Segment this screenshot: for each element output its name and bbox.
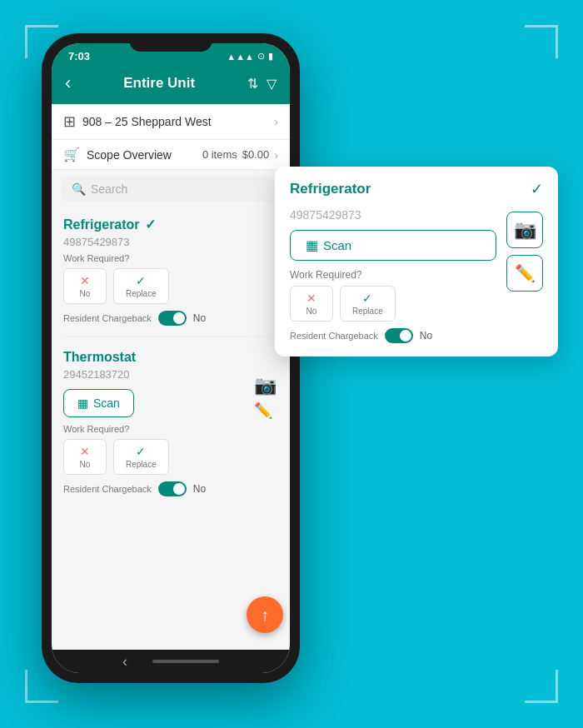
scope-chevron-icon: › [274,148,278,162]
search-bar[interactable]: 🔍 Search [62,177,280,202]
replace-icon: ✓ [136,445,146,458]
toggle-knob [173,483,185,495]
refrigerator-work-label: Work Required? [63,253,278,263]
refrigerator-no-button[interactable]: ✕ No [63,268,107,304]
edit-icon[interactable]: ✏️ [254,401,277,420]
toggle-knob [173,312,185,324]
header-actions: ⇅ ▽ [247,76,277,92]
battery-icon: ▮ [268,51,273,62]
refrigerator-section: Refrigerator ✓ 49875429873 Work Required… [52,208,290,331]
cart-icon: 🛒 [63,147,80,162]
scan-barcode-icon: ▦ [306,237,318,253]
refrigerator-chargeback-value: No [193,312,206,324]
popup-header: Refrigerator ✓ [290,180,543,198]
popup-camera-button[interactable]: 📷 [506,212,543,248]
thermostat-section: Thermostat 29452183720 ▦ Scan Work Requi… [52,342,290,501]
thermostat-chargeback-label: Resident Chargeback [63,484,152,494]
screen-content: ⊞ 908 – 25 Sheppard West › 🛒 Scope Overv… [52,104,290,650]
toggle-knob [400,330,411,342]
popup-id: 49875429873 [290,208,496,222]
no-label: No [306,307,317,316]
replace-icon: ✓ [362,292,372,305]
search-icon: 🔍 [72,182,86,196]
replace-label: Replace [126,460,157,469]
wifi-icon: ⊙ [257,51,265,62]
back-button[interactable]: ‹ [65,72,71,94]
search-input[interactable]: Search [91,182,127,196]
location-chevron-icon: › [274,115,278,128]
replace-label: Replace [352,307,383,316]
location-row[interactable]: ⊞ 908 – 25 Sheppard West › [52,104,290,140]
popup-replace-button[interactable]: ✓ Replace [340,286,396,322]
popup-chargeback-label: Resident Chargeback [290,331,378,341]
popup-edit-button[interactable]: ✏️ [506,255,543,292]
scan-barcode-icon: ▦ [77,396,88,410]
phone-device: 7:03 ▲▲▲ ⊙ ▮ ‹ Entire Unit ⇅ ▽ ⊞ 908 – 2… [42,33,300,683]
no-label: No [80,460,91,469]
corner-decoration-bl [25,670,58,703]
thermostat-chargeback-value: No [193,483,206,495]
building-icon: ⊞ [63,112,76,131]
status-icons: ▲▲▲ ⊙ ▮ [227,51,273,62]
replace-icon: ✓ [136,274,146,287]
popup-work-buttons: ✕ No ✓ Replace [290,286,496,322]
check-circle-icon: ✓ [145,217,156,232]
refrigerator-work-buttons: ✕ No ✓ Replace [63,268,278,304]
refrigerator-chargeback-row: Resident Chargeback No [63,311,278,326]
popup-chargeback-row: Resident Chargeback No [290,328,496,343]
refrigerator-chargeback-toggle[interactable] [158,311,187,326]
scope-price: $0.00 [242,148,270,161]
popup-title: Refrigerator [290,181,371,197]
corner-decoration-br [525,670,558,703]
thermostat-chargeback-row: Resident Chargeback No [63,481,278,496]
no-label: No [80,289,91,298]
thermostat-id: 29452183720 [63,368,278,381]
thermostat-work-buttons: ✕ No ✓ Replace [63,439,237,475]
edit-icon: ✏️ [515,263,536,283]
popup-chargeback-value: No [420,330,432,342]
popup-chargeback-toggle[interactable] [385,328,413,343]
app-header: ‹ Entire Unit ⇅ ▽ [52,66,290,104]
scope-label: Scope Overview [87,148,202,162]
thermostat-title: Thermostat [63,350,278,365]
thermostat-scan-button[interactable]: ▦ Scan [63,389,134,417]
refrigerator-title: Refrigerator ✓ [63,217,278,232]
sort-icon[interactable]: ⇅ [247,76,258,92]
no-icon: ✕ [80,274,90,287]
popup-left-content: 49875429873 ▦ Scan Work Required? ✕ No ✓… [290,208,496,343]
popup-scan-button[interactable]: ▦ Scan [290,230,496,261]
home-indicator [152,660,219,663]
camera-icon: 📷 [514,219,536,241]
popup-no-button[interactable]: ✕ No [290,286,333,322]
replace-label: Replace [126,289,157,298]
scope-row[interactable]: 🛒 Scope Overview 0 items $0.00 › [52,140,290,170]
refrigerator-chargeback-label: Resident Chargeback [63,313,152,323]
scope-items: 0 items [202,148,237,161]
filter-icon[interactable]: ▽ [267,76,277,92]
no-icon: ✕ [306,292,316,305]
thermostat-replace-button[interactable]: ✓ Replace [113,439,169,475]
page-title: Entire Unit [123,75,195,92]
popup-check-icon: ✓ [531,180,543,198]
signal-icon: ▲▲▲ [227,52,254,62]
phone-notch [129,33,212,52]
refrigerator-id: 49875429873 [63,236,278,248]
thermostat-chargeback-toggle[interactable] [158,481,187,496]
home-back-icon[interactable]: ‹ [122,653,127,671]
thermostat-work-label: Work Required? [63,424,278,434]
popup-body: 49875429873 ▦ Scan Work Required? ✕ No ✓… [290,208,543,343]
no-icon: ✕ [80,445,90,458]
status-time: 7:03 [68,50,90,62]
thermostat-action-icons: 📷 ✏️ [254,375,277,420]
corner-decoration-tr [525,25,558,58]
section-divider [63,336,278,337]
location-text: 908 – 25 Sheppard West [82,115,274,128]
thermostat-no-button[interactable]: ✕ No [63,439,107,475]
refrigerator-replace-button[interactable]: ✓ Replace [113,268,169,304]
popup-card: Refrigerator ✓ 49875429873 ▦ Scan Work R… [275,167,558,357]
popup-right-actions: 📷 ✏️ [506,208,543,343]
fab-button[interactable]: ↑ [247,596,283,633]
phone-screen: 7:03 ▲▲▲ ⊙ ▮ ‹ Entire Unit ⇅ ▽ ⊞ 908 – 2… [52,43,290,673]
camera-icon[interactable]: 📷 [254,375,277,396]
popup-work-label: Work Required? [290,269,496,281]
